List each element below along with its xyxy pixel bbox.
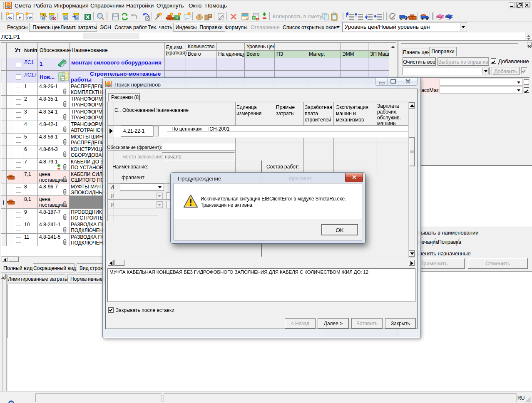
svg-text:Р: Р [19, 16, 21, 20]
svg-text:Р: Р [61, 77, 64, 81]
svg-text:ПР: ПР [27, 16, 32, 20]
svg-text:$: $ [199, 15, 200, 17]
svg-text:ЛС: ЛС [7, 16, 12, 20]
